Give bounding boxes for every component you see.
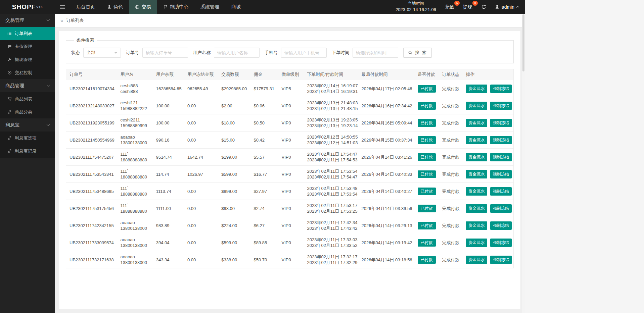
nav-help[interactable]: 帮助中心 <box>157 0 194 14</box>
username-line2: 18888888880 <box>120 174 149 180</box>
local-time: 当地时间 2023-02-14 16:21:06 <box>396 1 436 13</box>
username-cell: 111` 18888888880 <box>117 183 152 200</box>
sidebar-toggle-button[interactable] <box>55 0 70 14</box>
fund-flow-button[interactable]: 资金流水 <box>466 187 487 196</box>
username-line2: 18888888880 <box>120 208 149 214</box>
paid-cell: 已付款 <box>414 166 439 183</box>
order-time-input[interactable] <box>353 48 398 58</box>
frozen-cell: 1026.97 <box>184 166 218 183</box>
nav-roles[interactable]: 角色 <box>101 0 129 14</box>
commission-cell: $0.50 <box>250 114 278 132</box>
order-list-icon <box>7 31 12 36</box>
sidebar-item-withdraw[interactable]: 提现管理 <box>0 53 55 66</box>
status-cell: 完成付款 <box>439 114 463 132</box>
sidebar-group-goods[interactable]: 商品管理 <box>0 79 55 92</box>
fund-flow-button[interactable]: 资金流水 <box>466 136 487 144</box>
fund-flow-button[interactable]: 资金流水 <box>466 170 487 178</box>
fund-flow-button[interactable]: 资金流水 <box>466 239 487 247</box>
sidebar-group-trade[interactable]: 交易管理 <box>0 14 55 27</box>
fund-flow-button[interactable]: 资金流水 <box>466 153 487 161</box>
order-no-field-group: 订单号 <box>126 48 188 58</box>
force-freeze-button[interactable]: 强制冻结 <box>490 204 512 213</box>
fund-flow-button[interactable]: 资金流水 <box>466 256 487 264</box>
username-cell: 111` 18888888880 <box>117 149 152 166</box>
force-freeze-button[interactable]: 强制冻结 <box>490 221 512 230</box>
username-line2: 13800138000 <box>120 140 149 146</box>
username-line1: 111` <box>120 151 149 157</box>
paid-badge: 已付款 <box>418 102 436 110</box>
username-input[interactable] <box>214 48 260 58</box>
link-icon <box>7 110 12 114</box>
amount-cell: $98.00 <box>218 200 250 217</box>
sidebar-item-trade-control[interactable]: 交易控制 <box>0 66 55 79</box>
paid-cell: 已付款 <box>414 217 439 234</box>
content-scrollbar[interactable] <box>522 14 525 313</box>
link-icon <box>7 149 12 153</box>
withdraw-link[interactable]: 提现 0 <box>463 4 472 10</box>
scrollbar-thumb[interactable] <box>522 14 524 71</box>
force-freeze-button[interactable]: 强制冻结 <box>490 102 512 110</box>
force-freeze-button[interactable]: 强制冻结 <box>490 119 512 127</box>
sidebar-group-interest[interactable]: 利息宝 <box>0 118 55 132</box>
level-cell: VIP0 <box>278 183 304 200</box>
level-cell: VIP0 <box>278 251 304 268</box>
nav-system[interactable]: 系统管理 <box>194 0 225 14</box>
fund-flow-button[interactable]: 资金流水 <box>466 102 487 110</box>
sidebar-item-goods-list[interactable]: 商品列表 <box>0 92 55 105</box>
sidebar-item-recharge[interactable]: 充值管理 <box>0 40 55 53</box>
force-freeze-button[interactable]: 强制冻结 <box>490 85 512 93</box>
search-button[interactable]: 搜 索 <box>403 48 432 58</box>
nav-trade[interactable]: 交易 <box>129 0 157 14</box>
paid-cell: 已付款 <box>414 132 439 149</box>
force-freeze-button[interactable]: 强制冻结 <box>490 239 512 247</box>
table-row: UB2302121450554969 aoaoao 13800138000 99… <box>66 132 514 149</box>
username-cell: 111` 18888888880 <box>117 200 152 217</box>
force-freeze-button[interactable]: 强制冻结 <box>490 153 512 161</box>
fund-flow-button[interactable]: 资金流水 <box>466 119 487 127</box>
phone-label: 手机号 <box>265 50 278 56</box>
username-line1: aoaoao <box>120 134 149 140</box>
fund-flow-button[interactable]: 资金流水 <box>466 85 487 93</box>
phone-input[interactable] <box>281 48 327 58</box>
sidebar-item-interest-options[interactable]: 利息宝选项 <box>0 132 55 145</box>
order-no-label: 订单号 <box>126 50 139 56</box>
chevron-down-icon <box>47 123 50 126</box>
sidebar-item-order-list[interactable]: 订单列表 <box>0 27 55 40</box>
sidebar-item-goods-category[interactable]: 商品分类 <box>0 105 55 118</box>
sidebar-item-interest-records[interactable]: 利息宝记录 <box>0 145 55 158</box>
force-freeze-button[interactable]: 强制冻结 <box>490 187 512 196</box>
fund-flow-button[interactable]: 资金流水 <box>466 204 487 213</box>
status-cell: 完成付款 <box>439 80 463 97</box>
admin-menu[interactable]: admin <box>495 4 519 10</box>
col-header-amount: 交易数额 <box>218 69 250 80</box>
force-freeze-button[interactable]: 强制冻结 <box>490 170 512 178</box>
force-freeze-button[interactable]: 强制冻结 <box>490 136 512 144</box>
order-no-input[interactable] <box>142 48 188 58</box>
pay-time-line: 2023年02月11日 17:53:25 <box>307 208 355 214</box>
paid-badge: 已付款 <box>418 188 436 195</box>
balance-cell: 9514.74 <box>153 149 184 166</box>
balance-cell: 114.74 <box>153 166 184 183</box>
admin-name: admin <box>502 4 514 10</box>
order-time-line: 2023年02月11日 17:32:17 <box>307 254 355 260</box>
level-cell: VIP5 <box>278 80 304 97</box>
level-cell: VIP0 <box>278 97 304 114</box>
refresh-button[interactable] <box>481 4 486 9</box>
force-freeze-button[interactable]: 强制冻结 <box>490 256 512 264</box>
sidebar-item-order-list-label: 订单列表 <box>15 31 32 37</box>
pay-time-line: 2023年02月11日 17:54:53 <box>307 157 355 163</box>
app-logo: SHOPFV16 <box>0 0 55 14</box>
order-no-cell: UB2302111754475207 <box>66 149 117 166</box>
withdraw-badge: 0 <box>472 1 478 6</box>
actions-cell: 资金流水 强制冻结 <box>462 200 513 217</box>
nav-mall[interactable]: 商城 <box>225 0 247 14</box>
username-cell: aoaoao 13800138000 <box>117 132 152 149</box>
fund-flow-button[interactable]: 资金流水 <box>466 221 487 230</box>
status-select[interactable]: 全部 <box>83 48 121 58</box>
hamburger-icon <box>60 5 65 9</box>
balance-cell: 394.04 <box>153 234 184 251</box>
recharge-link[interactable]: 充值 6 <box>445 4 454 10</box>
nav-dashboard[interactable]: 后台首页 <box>70 0 101 14</box>
frozen-cell: 0.00 <box>184 114 218 132</box>
times-cell: 2023年02月11日 17:53:17 2023年02月11日 17:53:2… <box>304 200 358 217</box>
